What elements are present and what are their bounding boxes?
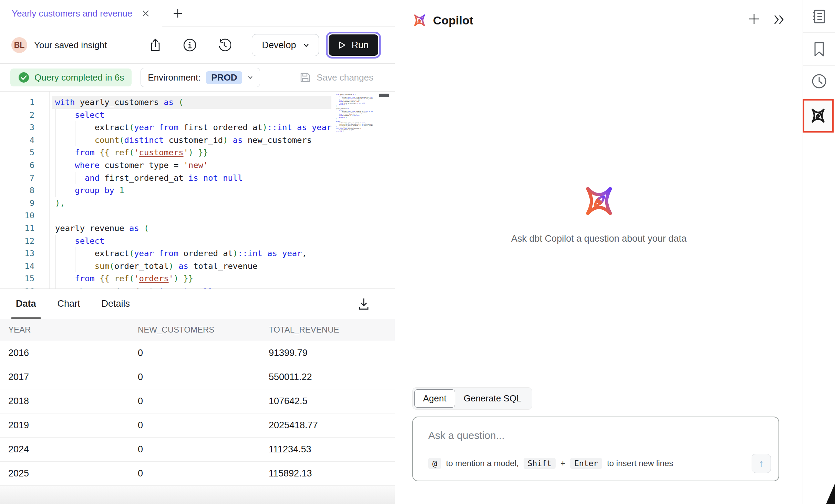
close-tab-icon[interactable] [141,9,150,18]
table-cell: 91399.79 [269,348,395,358]
question-placeholder: Ask a question... [428,430,763,441]
code-line[interactable]: 6 where customer_type = 'new' [0,159,331,172]
table-cell: 0 [138,396,269,407]
history-icon[interactable] [217,38,231,52]
chevron-down-icon [303,43,309,47]
collapse-panel-icon[interactable] [773,14,786,26]
new-chat-button[interactable] [748,13,762,27]
run-label: Run [351,40,369,51]
copilot-title: Copilot [433,14,473,27]
save-changes-label: Save changes [317,72,373,83]
arrow-up-icon: ↑ [759,458,764,469]
dbt-copilot-logo-icon [412,13,427,28]
avatar: BL [11,37,27,53]
chevron-down-icon [248,76,253,79]
copilot-header: Copilot [395,0,803,41]
dbt-copilot-sidebar-icon [810,107,827,124]
code-line[interactable]: 11yearly_revenue as ( [0,222,331,235]
hint-mention-text: to mention a model, [446,459,519,468]
editor-pane: Yearly customers and revenue BL Your sav… [0,0,395,504]
bookmark-icon[interactable] [803,41,835,57]
dbt-copilot-logo-large [582,184,616,218]
cursor-arrow [826,483,835,504]
tab-yearly-customers[interactable]: Yearly customers and revenue [0,0,162,27]
new-tab-button[interactable] [162,0,193,27]
copilot-sidebar-highlight[interactable] [803,99,834,133]
check-circle-icon [18,72,30,83]
share-icon[interactable] [148,38,162,52]
hint-newline-text: to insert new lines [607,459,673,468]
copilot-empty-text: Ask dbt Copilot a question about your da… [511,233,687,244]
run-button[interactable]: Run [329,34,378,56]
table-row[interactable]: 20240111234.53 [0,438,395,462]
column-header: YEAR [8,325,138,335]
history-clock-icon[interactable] [803,73,835,89]
table-cell: 115892.13 [269,468,395,479]
table-cell: 2025418.77 [269,420,395,431]
results-tab-data[interactable]: Data [11,289,41,319]
table-row[interactable]: 201902025418.77 [0,413,395,438]
code-line[interactable]: 2 select [0,109,331,122]
mode-switcher: AgentGenerate SQL [412,387,532,410]
table-cell: 0 [138,468,269,479]
save-changes-button[interactable]: Save changes [299,72,373,83]
question-input[interactable]: Ask a question... @ to mention a model, … [412,417,779,481]
mode-agent[interactable]: Agent [414,389,455,408]
table-row[interactable]: 20180107642.5 [0,389,395,413]
tab-bar: Yearly customers and revenue [0,0,395,27]
code-line[interactable]: 10 [0,209,331,222]
table-cell: 0 [138,372,269,382]
code-line[interactable]: 1with yearly_customers as ( [0,96,331,109]
status-bar: Query completed in 6s Environment: PROD … [0,64,395,91]
table-cell: 2017 [8,372,138,382]
code-line[interactable]: 12 select [0,235,331,248]
table-cell: 2024 [8,444,138,455]
info-icon[interactable] [183,38,197,52]
code-line[interactable]: 16 where ordered_at is not null [0,285,331,288]
right-icon-sidebar [803,0,835,504]
code-line[interactable]: 15 from {{ ref('orders') }} [0,272,331,285]
mode-generate-sql[interactable]: Generate SQL [455,389,530,408]
results-panel: DataChartDetails YEARNEW_CUSTOMERSTOTAL_… [0,288,395,504]
copilot-empty-state: Ask dbt Copilot a question about your da… [395,41,803,387]
hint-plus-text: + [560,459,565,468]
query-status-badge: Query completed in 6s [10,69,132,86]
code-line[interactable]: 3 extract(year from first_ordered_at)::i… [0,121,331,134]
code-line[interactable]: 13 extract(year from ordered_at)::int as… [0,247,331,260]
column-header: NEW_CUSTOMERS [138,325,269,335]
code-line[interactable]: 5 from {{ ref('customers') }} [0,146,331,159]
download-icon[interactable] [356,296,371,312]
code-line[interactable]: 9), [0,197,331,210]
table-body: 2016091399.7920170550011.2220180107642.5… [0,341,395,486]
table-cell: 550011.22 [269,372,395,382]
code-lines[interactable]: 1with yearly_customers as (2 select3 ext… [0,96,331,288]
tab-title: Yearly customers and revenue [12,8,132,19]
code-line[interactable]: 14 sum(order_total) as total_revenue [0,260,331,273]
table-cell: 2025 [8,468,138,479]
code-line[interactable]: 7 and first_ordered_at is not null [0,172,331,185]
code-line[interactable]: 8 group by 1 [0,184,331,197]
copilot-composer: AgentGenerate SQL Ask a question... @ to… [395,387,803,504]
environment-selector[interactable]: Environment: PROD [141,68,260,87]
sql-code-editor[interactable]: 1with yearly_customers as (2 select3 ext… [0,91,395,288]
code-line[interactable]: 4 count(distinct customer_id) as new_cus… [0,134,331,147]
table-row[interactable]: 20170550011.22 [0,365,395,389]
table-row[interactable]: 2016091399.79 [0,341,395,365]
table-row[interactable]: 20250115892.13 [0,462,395,486]
editor-scrollbar[interactable] [379,94,389,97]
environment-label: Environment: [148,72,200,83]
environment-value-badge: PROD [206,71,242,84]
results-tab-chart[interactable]: Chart [53,289,85,319]
editor-minimap[interactable]: with yearly_customers as ( select extrac… [336,94,373,139]
send-question-button[interactable]: ↑ [752,454,771,473]
notebook-outline-icon[interactable] [803,9,835,24]
table-cell: 2019 [8,420,138,431]
results-tab-details[interactable]: Details [97,289,135,319]
develop-label: Develop [262,40,296,51]
table-cell: 2018 [8,396,138,407]
query-status-text: Query completed in 6s [34,72,124,83]
table-cell: 0 [138,420,269,431]
enter-key-badge: Enter [570,458,602,469]
develop-dropdown[interactable]: Develop [252,34,319,56]
play-icon [338,41,346,49]
